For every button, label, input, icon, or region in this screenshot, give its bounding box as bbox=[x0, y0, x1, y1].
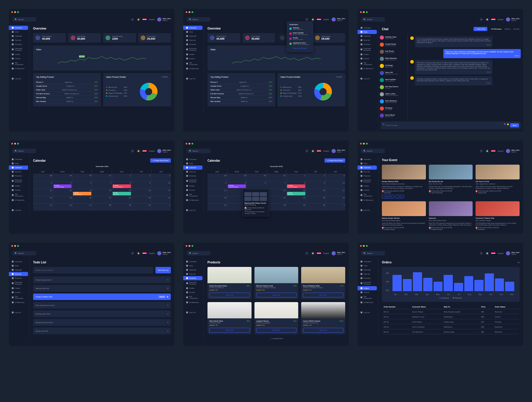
product-card[interactable]: ♡Canon DSLR Camera$194A Product of Canon… bbox=[301, 302, 345, 334]
add-to-cart-button[interactable]: Add To Cart bbox=[256, 328, 297, 333]
calendar-cell[interactable]: 3 bbox=[326, 174, 345, 181]
table-row[interactable]: EM-14Arthur GutierrezAllenblusry$55Deliv… bbox=[382, 325, 519, 329]
calendar-cell[interactable]: 17 bbox=[151, 189, 171, 196]
calendar-cell[interactable]: 3 bbox=[151, 174, 171, 181]
heart-icon[interactable]: ♡ bbox=[343, 303, 344, 305]
chat-contact[interactable]: Dribbble TeamToday at 6.36 pm bbox=[378, 34, 408, 41]
filter-dropdown[interactable]: All bbox=[518, 262, 520, 263]
product-card[interactable]: ♡Nike Flyknit Shoe$99A Product of Nike★★… bbox=[207, 302, 252, 334]
calendar-cell[interactable]: 1 bbox=[151, 204, 171, 211]
heart-icon[interactable]: ♡ bbox=[249, 268, 250, 270]
calendar-cell[interactable]: 30 bbox=[247, 174, 266, 181]
calendar-cell[interactable]: 2 bbox=[306, 174, 326, 181]
chat-contact[interactable]: Ivan RachnYou sent a sticker bbox=[378, 48, 408, 55]
calendar-cell[interactable]: 810.30 AMBusiness Meeting bbox=[112, 181, 132, 189]
chat-contact[interactable]: Crispel StudioYou: Cool, see you t... bbox=[378, 41, 408, 48]
calendar-cell[interactable]: 4 bbox=[33, 181, 53, 189]
calendar-cell[interactable]: 16 bbox=[132, 189, 151, 196]
calendar-cell[interactable]: 139.00 PMClient Meeting bbox=[72, 189, 92, 196]
chat-contact[interactable]: UI DesignAmirul: It's nice bbox=[378, 62, 408, 69]
prev-month-icon[interactable]: ‹ bbox=[33, 166, 34, 167]
mail-icon[interactable]: ✉ bbox=[131, 18, 134, 21]
calendar-cell[interactable]: 19 bbox=[53, 196, 72, 203]
calendar-cell[interactable]: 1 bbox=[326, 204, 345, 211]
calendar-cell[interactable]: 29 bbox=[53, 174, 72, 181]
calendar-cell[interactable]: 29 bbox=[112, 204, 132, 211]
calendar-cell[interactable]: 24 bbox=[326, 196, 345, 203]
search-input[interactable]: 🔍Search bbox=[12, 17, 36, 22]
calendar-cell[interactable]: 14 bbox=[267, 189, 286, 196]
todo-input[interactable] bbox=[33, 267, 153, 273]
calendar-cell[interactable]: 510.30 AMCorporate Meeting bbox=[227, 181, 247, 189]
nav-customers[interactable]: Top Customers bbox=[9, 61, 29, 67]
nav-orders[interactable]: Orders bbox=[9, 52, 29, 56]
calendar-cell[interactable]: 9 bbox=[132, 181, 151, 189]
heart-icon[interactable]: ♡ bbox=[296, 268, 297, 270]
chat-contact[interactable]: Team VWHoss: When I can, I will bbox=[378, 69, 408, 77]
todo-item[interactable]: Meeting With PM✕ bbox=[33, 285, 171, 292]
calendar-cell[interactable]: 151.00 PMTeam Tour bbox=[112, 189, 132, 196]
calendar-cell[interactable]: 14 bbox=[92, 189, 112, 196]
notification-item[interactable]: Application ErrorCheck Your running appl… bbox=[288, 41, 312, 46]
todo-item[interactable]: Dentist Appointment✕ bbox=[33, 276, 171, 283]
calendar-cell[interactable]: 810.30 AMBusiness Meeting bbox=[286, 181, 306, 189]
chat-contact[interactable]: Team BehanceFriday is the best day... bbox=[378, 98, 408, 105]
next-month-icon[interactable]: › bbox=[170, 166, 171, 167]
chat-contact[interactable]: David MinenNeed some rest bbox=[378, 112, 408, 119]
calendar-cell[interactable]: 24 bbox=[151, 196, 171, 203]
nav-chat[interactable]: Chat bbox=[9, 30, 29, 34]
todo-item[interactable]: Meeting with Client✕ bbox=[33, 310, 171, 317]
send-button[interactable]: Send bbox=[510, 123, 519, 127]
event-card[interactable]: StylemaxHost: Naïts Fashion HouseMore th… bbox=[429, 201, 473, 230]
nav-overview[interactable]: Overview bbox=[9, 26, 28, 30]
calendar-cell[interactable]: 10 bbox=[151, 181, 171, 189]
calendar-cell[interactable]: 31 bbox=[92, 174, 112, 181]
calendar-cell[interactable]: 29 bbox=[286, 204, 306, 211]
calendar-cell[interactable]: 1 bbox=[112, 174, 132, 181]
calendar-cell[interactable]: 16 bbox=[306, 189, 326, 196]
calendar-cell[interactable]: 7 bbox=[267, 181, 286, 189]
notification-item[interactable]: SettingsUpdate Dashboard bbox=[288, 26, 312, 31]
nav-calendar[interactable]: Calendar bbox=[9, 34, 29, 38]
contact-button[interactable]: Contact bbox=[395, 195, 404, 198]
add-todo-button[interactable]: Add Todo List bbox=[155, 267, 171, 273]
calendar-cell[interactable]: 25 bbox=[33, 204, 53, 211]
cancel-event-button[interactable]: Cancel Event bbox=[382, 195, 394, 198]
chat-contact[interactable]: PrintarpaYou: benefito bbox=[378, 105, 408, 112]
calendar-cell[interactable]: 23 bbox=[132, 196, 151, 203]
calendar-cell[interactable]: 29 bbox=[227, 174, 247, 181]
event-card[interactable]: Old Town Art FairHost: Square Room Insti… bbox=[476, 165, 520, 198]
nav-products[interactable]: Products bbox=[9, 42, 29, 46]
calendar-cell[interactable]: 20 bbox=[72, 196, 92, 203]
nav-favourite[interactable]: Favourite Products bbox=[9, 46, 29, 52]
product-card[interactable]: ♡Green Succulent Plant$20A Product of Gr… bbox=[207, 267, 252, 299]
mail-icon[interactable]: ✉ bbox=[305, 18, 309, 21]
calendar-cell[interactable]: 1 bbox=[286, 174, 306, 181]
calendar-cell[interactable]: 28 bbox=[267, 204, 286, 211]
todo-item[interactable]: Review with HR✕ bbox=[33, 328, 171, 334]
nav-todo[interactable]: Todo list bbox=[9, 38, 29, 42]
event-card[interactable]: Bachta Design ReviewHost: Bachta Design … bbox=[382, 201, 426, 230]
calendar-cell[interactable]: 151.00 PMTeam Tour bbox=[286, 189, 306, 196]
chat-contact[interactable]: Team UpSideYou: Luv you too bbox=[378, 77, 408, 84]
calendar-cell[interactable]: 9 bbox=[306, 181, 326, 189]
calendar-cell[interactable]: 25 bbox=[207, 204, 227, 211]
attach-icon[interactable]: 📎 bbox=[382, 123, 385, 127]
table-row[interactable]: EM-15Terri BricanceStowborough$99Receive… bbox=[382, 330, 519, 334]
nav-logout[interactable]: Log Out bbox=[9, 77, 29, 81]
calendar-cell[interactable]: 10 bbox=[326, 181, 345, 189]
language-label[interactable]: English bbox=[149, 19, 155, 20]
calendar-cell[interactable]: 31 bbox=[267, 174, 286, 181]
create-event-button[interactable]: + Create New Event bbox=[150, 158, 171, 163]
calendar-cell[interactable]: 28 bbox=[92, 204, 112, 211]
nav-invoice[interactable]: Invoice bbox=[9, 56, 29, 61]
heart-icon[interactable]: ♡ bbox=[296, 303, 297, 305]
add-to-cart-button[interactable]: Add To Cart bbox=[256, 293, 297, 297]
search-input[interactable]: 🔍Search bbox=[187, 17, 210, 22]
add-to-cart-button[interactable]: Add To Cart bbox=[303, 328, 343, 333]
calendar-cell[interactable]: 30 bbox=[306, 204, 326, 211]
calendar-cell[interactable]: 12 bbox=[53, 189, 72, 196]
nav-ui[interactable]: UI Elements bbox=[9, 67, 29, 71]
calendar-cell[interactable]: 7 bbox=[92, 181, 112, 189]
calendar-cell[interactable]: 30 bbox=[72, 174, 92, 181]
